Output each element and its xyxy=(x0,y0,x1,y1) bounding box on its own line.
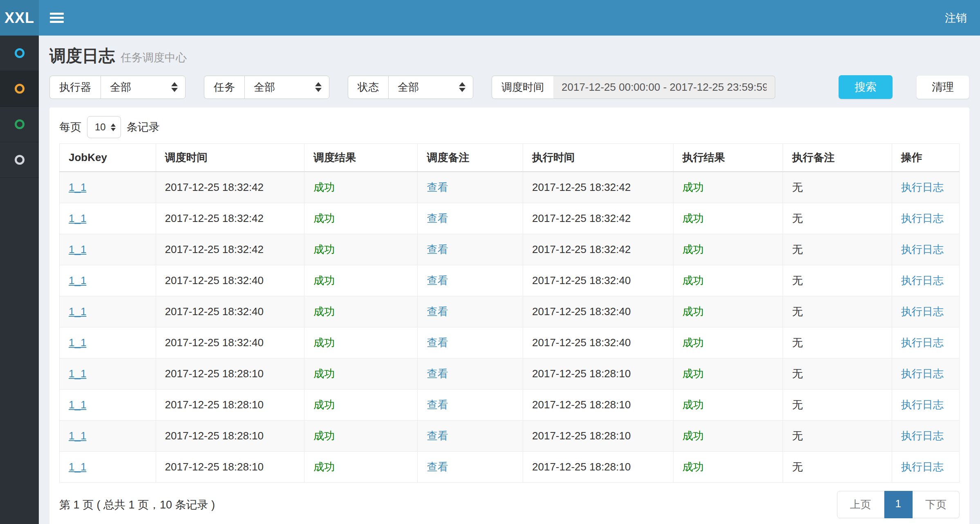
pagination: 上页 1 下页 xyxy=(837,491,960,518)
table-cell: 执行日志 xyxy=(892,203,959,234)
job-key-link[interactable]: 1_1 xyxy=(69,399,86,411)
execution-log-link[interactable]: 执行日志 xyxy=(901,430,944,442)
trigger-msg-link[interactable]: 查看 xyxy=(427,274,448,287)
column-header: JobKey xyxy=(60,144,156,172)
clear-button[interactable]: 清理 xyxy=(916,75,969,99)
handle-time: 2017-12-25 18:32:40 xyxy=(532,336,631,349)
job-key-link[interactable]: 1_1 xyxy=(69,367,86,380)
execution-log-link[interactable]: 执行日志 xyxy=(901,274,944,287)
select-stepper-icon xyxy=(315,82,322,92)
execution-log-link[interactable]: 执行日志 xyxy=(901,399,944,411)
execution-log-link[interactable]: 执行日志 xyxy=(901,305,944,318)
sidebar-toggle-icon[interactable] xyxy=(50,11,64,25)
sidebar-item-2[interactable] xyxy=(0,71,39,107)
table-cell: 成功 xyxy=(304,265,417,296)
table-cell: 2017-12-25 18:28:10 xyxy=(156,390,304,421)
table-cell: 无 xyxy=(783,421,892,452)
trigger-time: 2017-12-25 18:32:42 xyxy=(165,212,264,224)
pagesize-suffix: 条记录 xyxy=(127,120,160,134)
table-cell: 无 xyxy=(783,172,892,203)
trigger-msg-link[interactable]: 查看 xyxy=(427,212,448,224)
job-key-link[interactable]: 1_1 xyxy=(69,181,86,193)
handle-msg: 无 xyxy=(792,305,803,318)
execution-log-link[interactable]: 执行日志 xyxy=(901,367,944,380)
trigger-msg-link[interactable]: 查看 xyxy=(427,243,448,255)
table-cell: 2017-12-25 18:32:40 xyxy=(523,327,673,358)
prev-page-button[interactable]: 上页 xyxy=(837,491,884,518)
trigger-msg-link[interactable]: 查看 xyxy=(427,181,448,193)
pagesize-select[interactable]: 10 xyxy=(87,116,121,138)
table-cell: 查看 xyxy=(418,390,523,421)
trigger-msg-link[interactable]: 查看 xyxy=(427,305,448,318)
trigger-result: 成功 xyxy=(313,181,335,193)
job-key-link[interactable]: 1_1 xyxy=(69,212,86,224)
table-cell: 成功 xyxy=(304,296,417,327)
app-logo[interactable]: XXL xyxy=(0,0,39,36)
table-cell: 执行日志 xyxy=(892,265,959,296)
sidebar-item-1[interactable] xyxy=(0,36,39,71)
current-page-button[interactable]: 1 xyxy=(884,491,913,518)
trigger-result: 成功 xyxy=(313,212,335,224)
trigger-msg-link[interactable]: 查看 xyxy=(427,430,448,442)
trigger-time: 2017-12-25 18:32:42 xyxy=(165,181,264,193)
table-cell: 1_1 xyxy=(60,421,156,452)
job-key-link[interactable]: 1_1 xyxy=(69,274,86,287)
table-row: 1_12017-12-25 18:32:40成功查看2017-12-25 18:… xyxy=(60,296,960,327)
table-cell: 无 xyxy=(783,452,892,483)
trigger-msg-link[interactable]: 查看 xyxy=(427,399,448,411)
trigger-msg-link[interactable]: 查看 xyxy=(427,461,448,473)
search-button[interactable]: 搜索 xyxy=(839,75,893,99)
trigger-time: 2017-12-25 18:32:40 xyxy=(165,274,264,287)
table-cell: 成功 xyxy=(304,358,417,390)
handle-time: 2017-12-25 18:28:10 xyxy=(532,461,631,473)
trigger-msg-link[interactable]: 查看 xyxy=(427,336,448,349)
column-header: 执行备注 xyxy=(783,144,892,172)
table-cell: 2017-12-25 18:28:10 xyxy=(156,452,304,483)
table-row: 1_12017-12-25 18:28:10成功查看2017-12-25 18:… xyxy=(60,390,960,421)
trigger-time: 2017-12-25 18:28:10 xyxy=(165,399,264,411)
circle-icon xyxy=(15,48,25,58)
table-cell: 无 xyxy=(783,358,892,390)
execution-log-link[interactable]: 执行日志 xyxy=(901,336,944,349)
job-key-link[interactable]: 1_1 xyxy=(69,336,86,349)
trigger-msg-link[interactable]: 查看 xyxy=(427,367,448,380)
status-filter-select[interactable]: 全部 xyxy=(388,76,473,99)
handle-time: 2017-12-25 18:32:42 xyxy=(532,181,631,193)
job-key-link[interactable]: 1_1 xyxy=(69,430,86,442)
table-cell: 2017-12-25 18:28:10 xyxy=(156,358,304,390)
logout-link[interactable]: 注销 xyxy=(945,11,967,25)
table-cell: 成功 xyxy=(304,234,417,265)
execution-log-link[interactable]: 执行日志 xyxy=(901,461,944,473)
circle-icon xyxy=(15,155,25,165)
table-cell: 2017-12-25 18:32:40 xyxy=(523,265,673,296)
job-key-link[interactable]: 1_1 xyxy=(69,243,86,255)
table-cell: 成功 xyxy=(304,421,417,452)
select-stepper-icon xyxy=(459,82,465,92)
sidebar-item-3[interactable] xyxy=(0,107,39,142)
job-key-link[interactable]: 1_1 xyxy=(69,461,86,473)
table-cell: 成功 xyxy=(673,327,783,358)
main-content: 调度日志任务调度中心 执行器 全部 任务 全部 状态 全部 xyxy=(39,36,980,524)
execution-log-link[interactable]: 执行日志 xyxy=(901,212,944,224)
trigger-time-range-input[interactable] xyxy=(553,76,775,99)
pagesize-row: 每页 10 条记录 xyxy=(59,114,960,140)
next-page-button[interactable]: 下页 xyxy=(913,491,960,518)
execution-log-link[interactable]: 执行日志 xyxy=(901,243,944,255)
table-cell: 执行日志 xyxy=(892,358,959,390)
job-filter-select[interactable]: 全部 xyxy=(244,76,329,99)
table-cell: 2017-12-25 18:28:10 xyxy=(523,358,673,390)
handle-result: 成功 xyxy=(682,274,704,287)
handle-msg: 无 xyxy=(792,336,803,349)
execution-log-link[interactable]: 执行日志 xyxy=(901,181,944,193)
table-cell: 成功 xyxy=(673,234,783,265)
trigger-time: 2017-12-25 18:28:10 xyxy=(165,430,264,442)
handle-result: 成功 xyxy=(682,399,704,411)
sidebar-item-4[interactable] xyxy=(0,142,39,178)
job-key-link[interactable]: 1_1 xyxy=(69,305,86,318)
table-cell: 1_1 xyxy=(60,390,156,421)
table-cell: 2017-12-25 18:28:10 xyxy=(523,452,673,483)
column-header: 操作 xyxy=(892,144,959,172)
table-cell: 2017-12-25 18:32:42 xyxy=(156,172,304,203)
executor-filter-select[interactable]: 全部 xyxy=(101,76,186,99)
table-cell: 1_1 xyxy=(60,358,156,390)
